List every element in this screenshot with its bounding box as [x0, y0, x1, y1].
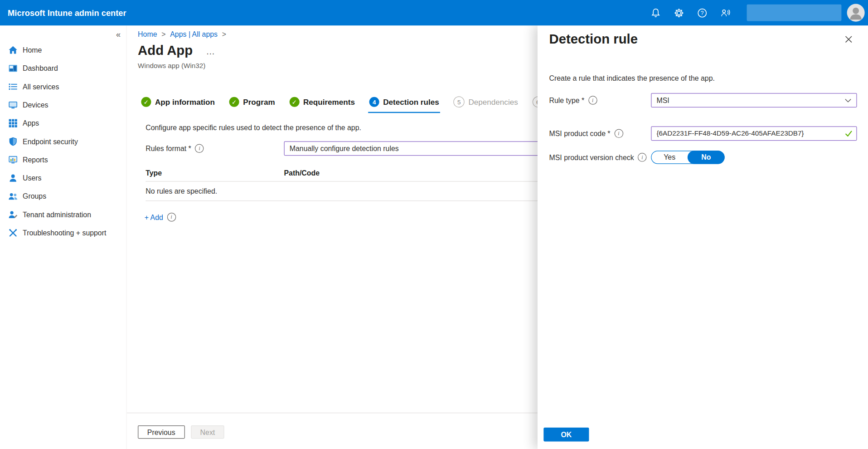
breadcrumb-home[interactable]: Home: [138, 30, 157, 38]
chevron-down-icon: [845, 98, 852, 102]
breadcrumb-all-apps[interactable]: Apps | All apps: [170, 30, 218, 38]
toggle-yes-option[interactable]: Yes: [651, 151, 687, 163]
previous-button[interactable]: Previous: [138, 425, 184, 439]
step-requirements[interactable]: ✓ Requirements: [289, 97, 355, 113]
ok-button[interactable]: OK: [543, 428, 589, 442]
sidebar-item-endpoint-security[interactable]: Endpoint security: [0, 132, 126, 151]
sidebar-item-label: Reports: [23, 156, 48, 164]
valid-check-icon: [845, 130, 853, 137]
sidebar-item-label: Troubleshooting + support: [23, 229, 106, 237]
sidebar-item-label: Devices: [23, 101, 48, 109]
add-rule-link[interactable]: + Add: [145, 213, 163, 221]
dashboard-icon: [8, 63, 18, 73]
msi-product-code-field: [651, 126, 857, 141]
wizard-footer-buttons: Previous Next: [138, 425, 224, 439]
top-bar: Microsoft Intune admin center ?: [0, 0, 868, 25]
step-app-information[interactable]: ✓ App information: [141, 97, 215, 113]
reports-icon: [8, 155, 18, 165]
tenant-admin-icon: [8, 210, 18, 220]
topbar-actions: ?: [644, 4, 868, 22]
avatar[interactable]: [847, 4, 865, 22]
sidebar-nav: Home Dashboard All services Devices Apps…: [0, 41, 126, 242]
rule-type-label-group: Rule type *: [549, 96, 651, 105]
close-icon: [845, 35, 853, 43]
rule-type-row: Rule type * MSI: [549, 93, 857, 107]
rules-format-dropdown[interactable]: Manually configure detection rules: [284, 141, 550, 156]
sidebar-item-dashboard[interactable]: Dashboard: [0, 59, 126, 78]
msi-product-code-input[interactable]: [651, 126, 857, 141]
msi-version-check-toggle[interactable]: Yes No: [651, 151, 724, 164]
sidebar-item-label: Home: [23, 46, 42, 54]
sidebar-item-reports[interactable]: Reports: [0, 151, 126, 169]
info-icon[interactable]: [195, 144, 204, 153]
wizard-steps: ✓ App information ✓ Program ✓ Requiremen…: [141, 97, 547, 113]
breadcrumb: Home Apps | All apps: [138, 30, 231, 38]
sidebar-item-home[interactable]: Home: [0, 41, 126, 59]
sidebar-item-users[interactable]: Users: [0, 169, 126, 187]
sidebar-item-devices[interactable]: Devices: [0, 96, 126, 114]
column-header-type[interactable]: Type: [145, 169, 284, 177]
help-button[interactable]: ?: [696, 7, 708, 19]
info-icon[interactable]: [614, 129, 623, 138]
app-title[interactable]: Microsoft Intune admin center: [0, 8, 126, 18]
column-header-path-code[interactable]: Path/Code: [284, 169, 555, 177]
sidebar-item-groups[interactable]: Groups: [0, 187, 126, 205]
msi-product-code-label: MSI product code *: [549, 129, 611, 137]
user-icon: [8, 173, 18, 183]
close-panel-button[interactable]: [844, 34, 853, 46]
apps-icon: [8, 118, 18, 128]
page-subtitle: Windows app (Win32): [138, 62, 205, 70]
breadcrumb-separator: [161, 30, 165, 38]
shield-icon: [8, 137, 18, 146]
msi-product-code-row: MSI product code *: [549, 126, 857, 141]
info-icon[interactable]: [588, 96, 597, 105]
settings-button[interactable]: [673, 7, 685, 19]
svg-text:?: ?: [700, 10, 703, 16]
breadcrumb-separator: [222, 30, 226, 38]
sidebar-item-tenant-administration[interactable]: Tenant administration: [0, 205, 126, 224]
all-services-icon: [8, 82, 18, 92]
next-button[interactable]: Next: [191, 425, 224, 439]
help-icon: ?: [697, 7, 707, 18]
feedback-icon: [720, 7, 730, 18]
notifications-button[interactable]: [650, 7, 662, 19]
msi-version-check-label-group: MSI product version check: [549, 153, 651, 162]
bell-icon: [650, 7, 660, 18]
sidebar: Home Dashboard All services Devices Apps…: [0, 25, 127, 449]
page-title: Add App: [138, 42, 193, 59]
step-number-badge: 5: [453, 97, 464, 107]
more-options-button[interactable]: …: [206, 47, 216, 57]
sidebar-item-apps[interactable]: Apps: [0, 114, 126, 132]
step-dependencies[interactable]: 5 Dependencies: [453, 97, 518, 113]
sidebar-item-label: Tenant administration: [23, 210, 91, 219]
msi-product-code-label-group: MSI product code *: [549, 129, 651, 138]
rules-format-label: Rules format *: [145, 144, 191, 152]
step-program[interactable]: ✓ Program: [229, 97, 275, 113]
table-empty-row: No rules are specified.: [145, 182, 555, 201]
sidebar-item-label: Groups: [23, 192, 46, 200]
rule-type-dropdown[interactable]: MSI: [651, 93, 857, 107]
panel-description: Create a rule that indicates the presenc…: [549, 74, 715, 83]
feedback-button[interactable]: [719, 7, 731, 19]
toggle-no-option[interactable]: No: [688, 151, 725, 164]
sidebar-item-label: Apps: [23, 119, 39, 127]
sidebar-collapse-button[interactable]: [115, 28, 122, 40]
step-complete-icon: ✓: [141, 97, 151, 107]
info-icon[interactable]: [638, 153, 647, 162]
panel-title: Detection rule: [549, 31, 638, 48]
msi-version-check-label: MSI product version check: [549, 153, 634, 161]
detection-rules-description: Configure app specific rules used to det…: [145, 123, 361, 132]
sidebar-item-all-services[interactable]: All services: [0, 78, 126, 96]
groups-icon: [8, 192, 18, 201]
table-empty-text: No rules are specified.: [145, 187, 217, 195]
sidebar-item-troubleshooting-support[interactable]: Troubleshooting + support: [0, 224, 126, 242]
info-icon[interactable]: [167, 213, 176, 222]
rules-format-value: Manually configure detection rules: [290, 144, 399, 152]
add-rule-row: + Add: [145, 213, 176, 222]
step-detection-rules[interactable]: 4 Detection rules: [369, 97, 439, 113]
page-title-row: Add App …: [138, 42, 216, 59]
person-icon: [847, 4, 865, 22]
step-number-badge: 4: [369, 97, 379, 107]
home-icon: [8, 45, 18, 55]
detection-rule-panel: Detection rule Create a rule that indica…: [538, 25, 868, 449]
